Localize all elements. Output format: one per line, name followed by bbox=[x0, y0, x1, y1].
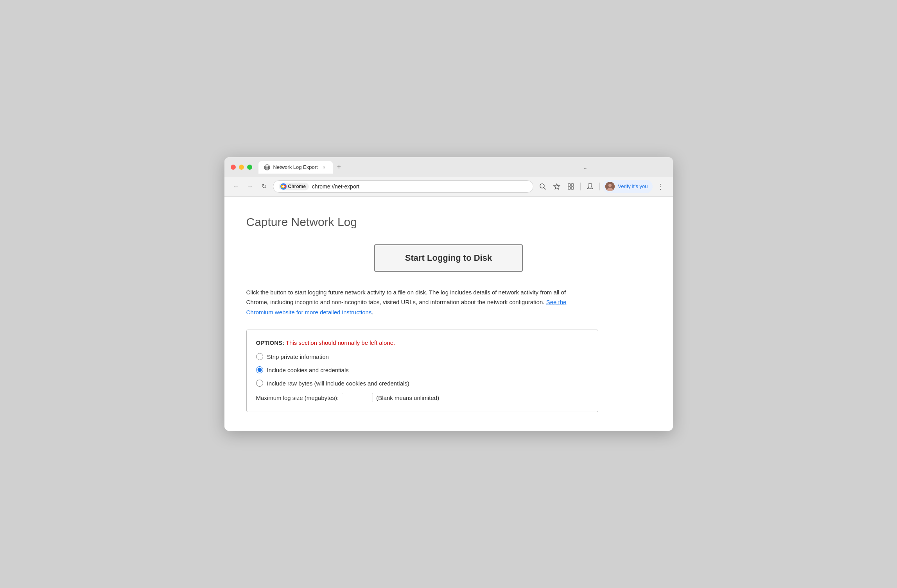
lab-button[interactable] bbox=[584, 180, 596, 193]
description-part2: . bbox=[371, 309, 373, 316]
back-icon: ← bbox=[233, 183, 239, 190]
option-cookies-radio[interactable] bbox=[256, 366, 263, 373]
new-tab-button[interactable]: + bbox=[334, 162, 344, 173]
description-text: Click the button to start logging future… bbox=[246, 287, 583, 317]
url-display: chrome://net-export bbox=[312, 183, 527, 190]
forward-button[interactable]: → bbox=[245, 181, 256, 192]
start-logging-button[interactable]: Start Logging to Disk bbox=[374, 244, 523, 272]
chrome-logo-icon bbox=[280, 183, 287, 190]
tab-title: Network Log Export bbox=[273, 164, 318, 170]
max-log-label: Maximum log size (megabytes): bbox=[256, 394, 339, 401]
page-content: Capture Network Log Start Logging to Dis… bbox=[224, 197, 673, 431]
tab-expand-button[interactable]: ⌄ bbox=[580, 162, 591, 173]
avatar bbox=[605, 182, 615, 191]
extensions-button[interactable] bbox=[565, 180, 577, 193]
options-header: OPTIONS: This section should normally be… bbox=[256, 339, 588, 346]
verify-label: Verify it's you bbox=[618, 183, 648, 189]
traffic-lights-row: Network Log Export × + ⌄ bbox=[231, 161, 667, 174]
toolbar-divider bbox=[580, 183, 581, 190]
toolbar: ← → ↻ Chrome chrome://net-export bbox=[224, 177, 673, 197]
menu-icon: ⋮ bbox=[657, 182, 664, 191]
address-bar[interactable]: Chrome chrome://net-export bbox=[273, 180, 534, 193]
max-log-hint: (Blank means unlimited) bbox=[376, 394, 439, 401]
tab-close-button[interactable]: × bbox=[321, 164, 327, 170]
svg-rect-14 bbox=[571, 187, 574, 189]
svg-point-19 bbox=[608, 184, 612, 187]
toolbar-icons: Verify it's you ⋮ bbox=[536, 180, 666, 193]
option-include-cookies[interactable]: Include cookies and credentials bbox=[256, 366, 588, 373]
max-log-input[interactable] bbox=[342, 393, 373, 402]
options-box: OPTIONS: This section should normally be… bbox=[246, 330, 598, 412]
svg-rect-13 bbox=[568, 187, 570, 189]
menu-button[interactable]: ⋮ bbox=[654, 180, 667, 193]
svg-point-17 bbox=[590, 188, 591, 188]
reload-button[interactable]: ↻ bbox=[259, 181, 270, 192]
svg-line-9 bbox=[544, 187, 546, 189]
browser-window: Network Log Export × + ⌄ ← → ↻ bbox=[224, 157, 673, 431]
description-part1: Click the button to start logging future… bbox=[246, 289, 566, 306]
max-log-row: Maximum log size (megabytes): (Blank mea… bbox=[256, 393, 588, 402]
chrome-badge-label: Chrome bbox=[288, 184, 306, 189]
search-button[interactable] bbox=[536, 180, 549, 193]
close-button[interactable] bbox=[231, 165, 236, 170]
svg-point-7 bbox=[282, 185, 285, 188]
forward-icon: → bbox=[247, 183, 253, 190]
star-icon bbox=[553, 183, 560, 190]
search-icon bbox=[539, 183, 546, 190]
bookmark-button[interactable] bbox=[551, 180, 563, 193]
verify-button[interactable]: Verify it's you bbox=[603, 180, 652, 193]
active-tab[interactable]: Network Log Export × bbox=[258, 161, 333, 174]
flask-icon bbox=[587, 183, 594, 190]
svg-rect-12 bbox=[571, 184, 574, 186]
option-strip-private[interactable]: Strip private information bbox=[256, 353, 588, 360]
minimize-button[interactable] bbox=[239, 165, 244, 170]
option-raw-radio[interactable] bbox=[256, 380, 263, 387]
options-warning: This section should normally be left alo… bbox=[286, 339, 395, 346]
svg-rect-11 bbox=[568, 184, 570, 186]
option-raw-bytes[interactable]: Include raw bytes (will include cookies … bbox=[256, 380, 588, 387]
reload-icon: ↻ bbox=[262, 183, 267, 190]
option-raw-label: Include raw bytes (will include cookies … bbox=[267, 380, 409, 387]
svg-marker-10 bbox=[554, 184, 560, 189]
chrome-badge: Chrome bbox=[279, 183, 309, 190]
back-button[interactable]: ← bbox=[231, 181, 242, 192]
option-cookies-label: Include cookies and credentials bbox=[267, 367, 349, 373]
toolbar-divider2 bbox=[599, 183, 600, 190]
title-bar: Network Log Export × + ⌄ bbox=[224, 157, 673, 177]
tab-favicon-icon bbox=[264, 164, 270, 170]
options-label: OPTIONS: bbox=[256, 339, 285, 346]
option-strip-label: Strip private information bbox=[267, 353, 329, 360]
svg-point-16 bbox=[588, 187, 589, 188]
page-title: Capture Network Log bbox=[246, 215, 651, 229]
extensions-icon bbox=[567, 183, 574, 190]
maximize-button[interactable] bbox=[247, 165, 252, 170]
option-strip-radio[interactable] bbox=[256, 353, 263, 360]
